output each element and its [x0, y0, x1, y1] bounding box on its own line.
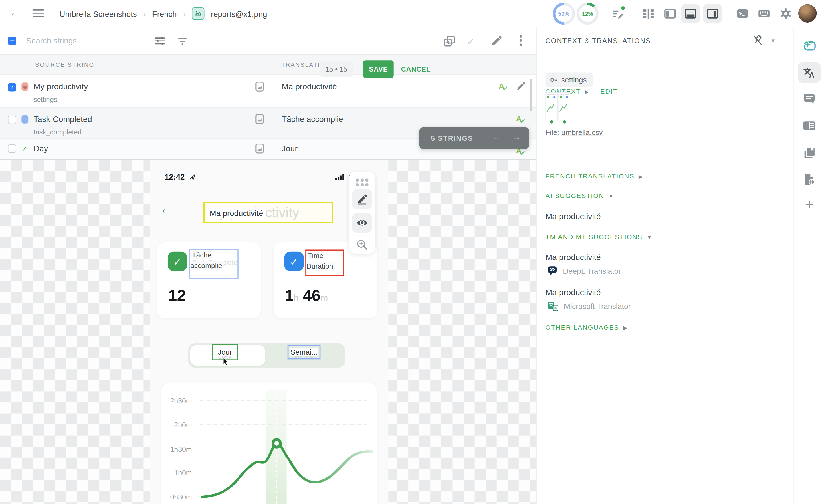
section-ai-suggestion[interactable]: AI SUGGESTION▼	[546, 192, 614, 200]
toggle-week-overlay[interactable]: Week Semai...	[288, 345, 321, 359]
screenshot-canvas[interactable]: 12:42 ← My productivity Ma productivité …	[0, 159, 536, 504]
tune-filters-icon[interactable]	[154, 35, 167, 48]
line-chart	[162, 383, 377, 504]
signal-icon	[335, 173, 346, 181]
chevron-right-icon: ›	[143, 9, 146, 18]
list-scrollbar[interactable]	[530, 79, 532, 112]
layout-right-panel-button[interactable]	[703, 4, 722, 23]
user-avatar[interactable]	[798, 4, 817, 23]
progress-ring-blue[interactable]: 50%	[553, 3, 575, 25]
card-label-untranslated[interactable]: Time Duration	[305, 249, 344, 276]
strings-counter: 15 • 15	[320, 62, 353, 77]
label-source-text: Time Duration	[306, 251, 335, 271]
ai-sparkle-icon[interactable]	[798, 35, 821, 56]
source-string[interactable]: My productivity	[34, 82, 88, 92]
canvas-tool-palette	[349, 172, 375, 254]
terminal-icon[interactable]	[736, 7, 749, 20]
edit-pencil-icon[interactable]	[490, 35, 503, 48]
period-toggle[interactable]: Day Jour Week Semai...	[188, 343, 345, 368]
check-chip-green: ✓	[168, 252, 187, 271]
table-row[interactable]: ✓ My productivity settings Ma productivi…	[0, 75, 536, 108]
phone-back-arrow: ←	[160, 202, 174, 216]
translation-string[interactable]: Ma productivité	[282, 82, 337, 92]
right-icon-rail: A +	[793, 27, 824, 504]
spellcheck-ok-icon[interactable]: A	[516, 114, 527, 125]
chevron-right-icon: ▶	[585, 88, 589, 94]
row-checkbox[interactable]	[8, 116, 16, 124]
settings-gear-icon[interactable]	[780, 7, 792, 20]
key-chip[interactable]: settings	[546, 72, 593, 87]
breadcrumb-project[interactable]: Umbrella Screenshots	[60, 9, 137, 18]
screenshot-link-icon[interactable]	[255, 82, 264, 94]
file-link[interactable]: umbrella.csv	[561, 128, 603, 136]
section-french-translations[interactable]: FRENCH TRANSLATIONS▶	[546, 173, 643, 180]
screenshot-thumbnail[interactable]	[546, 92, 570, 120]
progress-ring-green[interactable]: 12%	[577, 3, 599, 25]
translated-check-icon: ✓	[21, 145, 27, 153]
row-checkbox[interactable]	[8, 144, 16, 153]
file-info-icon[interactable]	[798, 169, 821, 190]
article-card-icon[interactable]	[798, 115, 821, 136]
select-all-checkbox[interactable]	[8, 37, 16, 45]
breadcrumb-file[interactable]: reports@x1.png	[211, 9, 267, 18]
card-label-overlay[interactable]: Task Completed Tâche accomplie	[189, 249, 239, 279]
breadcrumb-language[interactable]: French	[152, 9, 177, 18]
more-options-icon[interactable]: •••	[518, 34, 523, 47]
ai-suggestion-text[interactable]: Ma productivité	[546, 212, 601, 221]
suggestion-provider: a Microsoft Translator	[548, 301, 631, 312]
cancel-button[interactable]: CANCEL	[401, 60, 431, 78]
menu-icon[interactable]	[33, 9, 44, 18]
layout-bottom-panel-button[interactable]	[681, 4, 700, 23]
source-string[interactable]: Task Completed	[34, 114, 92, 124]
spellcheck-ok-icon[interactable]: A	[499, 82, 509, 92]
string-key[interactable]: task_completed	[34, 128, 82, 136]
screenshot-link-icon[interactable]	[255, 114, 264, 127]
key-name: settings	[561, 76, 587, 84]
section-tm-mt[interactable]: TM AND MT SUGGESTIONS▼	[546, 233, 652, 241]
section-other-languages[interactable]: OTHER LANGUAGES▶	[546, 323, 627, 331]
chevron-right-icon: ›	[183, 9, 186, 18]
notification-dot	[620, 5, 626, 11]
string-key[interactable]: settings	[34, 96, 57, 104]
approve-check-icon[interactable]: ✓	[467, 36, 475, 48]
drag-handle-icon[interactable]	[355, 179, 368, 186]
suggestion-text[interactable]: Ma productivité	[546, 253, 601, 262]
y-axis-tick: 2h30m	[162, 397, 192, 405]
next-arrow-icon[interactable]: →	[512, 132, 521, 142]
translate-tab-icon[interactable]: A	[798, 62, 821, 83]
suggestion-text[interactable]: Ma productivité	[546, 288, 601, 297]
deepl-icon	[548, 266, 557, 276]
layout-left-panel-icon[interactable]	[664, 7, 677, 20]
pages-bookmark-icon[interactable]	[798, 142, 821, 163]
preview-eye-button[interactable]	[352, 213, 372, 233]
panel-title: CONTEXT & TRANSLATIONS	[546, 37, 651, 45]
table-columns-icon[interactable]	[642, 7, 655, 20]
y-axis-tick: 2h0m	[162, 421, 192, 429]
save-button[interactable]: SAVE	[363, 60, 394, 78]
strings-count-label: 5 STRINGS	[431, 134, 473, 142]
back-arrow-button[interactable]: ←	[8, 6, 22, 20]
filter-icon[interactable]	[177, 36, 189, 48]
keyboard-icon[interactable]	[758, 7, 770, 20]
duplicate-arrow-icon[interactable]	[443, 34, 455, 47]
file-reference: File: umbrella.csv	[546, 128, 603, 136]
prev-arrow-icon[interactable]: ←	[492, 132, 501, 142]
edit-translation-icon[interactable]	[516, 82, 526, 93]
edit-link[interactable]: EDIT	[600, 88, 617, 95]
collapse-chevron-icon[interactable]: ▼	[770, 38, 776, 43]
breadcrumb: Umbrella Screenshots › French › reports@…	[60, 0, 267, 27]
unpin-icon[interactable]	[752, 34, 763, 48]
phone-clock: 12:42	[165, 172, 185, 181]
translation-string[interactable]: Tâche accomplie	[282, 114, 343, 124]
title-translation-overlay[interactable]: My productivity Ma productivité	[203, 202, 333, 223]
translation-string[interactable]: Jour	[282, 144, 297, 153]
draw-box-tool-button[interactable]	[352, 189, 372, 209]
search-input[interactable]: Search strings	[26, 36, 77, 45]
source-string[interactable]: Day	[34, 144, 48, 153]
add-panel-icon[interactable]: +	[794, 197, 824, 213]
zoom-tool-icon[interactable]	[355, 238, 368, 253]
comments-icon[interactable]	[798, 88, 821, 109]
screenshot-link-icon[interactable]	[255, 143, 264, 156]
row-checkbox[interactable]: ✓	[8, 83, 16, 91]
tasks-edit-icon[interactable]	[612, 7, 624, 20]
